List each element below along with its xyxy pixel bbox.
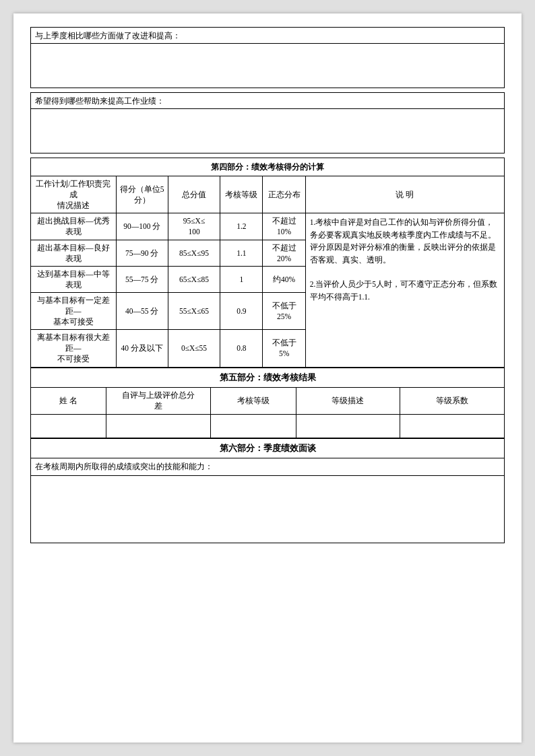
part6-content-row	[31, 476, 505, 543]
row1-dist: 不超过10%	[263, 213, 305, 240]
row1-total: 95≤X≤100	[168, 213, 220, 240]
section2-label: 希望得到哪些帮助来提高工作业绩：	[31, 93, 504, 109]
row1-level: 1.2	[220, 213, 263, 240]
row5-total: 0≤X≤55	[168, 330, 220, 367]
section1-box: 与上季度相比哪些方面做了改进和提高：	[30, 27, 505, 88]
row5-score: 40 分及以下	[116, 330, 168, 367]
part5-col-diff: 自评与上级评价总分差	[106, 387, 211, 415]
col-level: 考核等级	[220, 176, 263, 213]
part5-title: 第五部分：绩效考核结果	[31, 368, 505, 387]
section2-content	[31, 109, 504, 153]
part5-col-desc: 等级描述	[296, 387, 400, 415]
part5-col-name: 姓 名	[31, 387, 106, 415]
part4-table: 第四部分：绩效考核得分的计算 工作计划/工作职责完成情况描述 得分（单位5分） …	[30, 158, 505, 368]
page: 与上季度相比哪些方面做了改进和提高： 希望得到哪些帮助来提高工作业绩： 第四部分…	[13, 13, 522, 743]
col-desc: 工作计划/工作职责完成情况描述	[31, 176, 117, 213]
part5-col-level: 考核等级	[211, 387, 296, 415]
part6-title: 第六部分：季度绩效面谈	[31, 439, 505, 458]
part5-name-cell	[31, 415, 106, 438]
part6-content	[31, 476, 505, 543]
part4-header-row: 工作计划/工作职责完成情况描述 得分（单位5分） 总分值 考核等级 正态分布 说…	[31, 176, 505, 213]
row4-score: 40—55 分	[116, 292, 168, 329]
part5-title-row: 第五部分：绩效考核结果	[31, 368, 505, 387]
part5-desc-cell	[296, 415, 400, 438]
row1-score: 90—100 分	[116, 213, 168, 240]
row2-score: 75—90 分	[116, 240, 168, 266]
row2-dist: 不超过20%	[263, 240, 305, 266]
section1-label: 与上季度相比哪些方面做了改进和提高：	[31, 28, 504, 44]
part6-title-row: 第六部分：季度绩效面谈	[31, 439, 505, 458]
part4-title-row: 第四部分：绩效考核得分的计算	[31, 158, 505, 176]
row5-desc: 离基本目标有很大差距—不可接受	[31, 330, 117, 367]
section1-content	[31, 44, 504, 88]
section2-box: 希望得到哪些帮助来提高工作业绩：	[30, 92, 505, 153]
row3-desc: 达到基本目标—中等表现	[31, 266, 117, 292]
row4-desc: 与基本目标有一定差距—基本可接受	[31, 292, 117, 329]
col-dist: 正态分布	[263, 176, 305, 213]
row3-dist: 约40%	[263, 266, 305, 292]
row4-total: 55≤X≤65	[168, 292, 220, 329]
row2-level: 1.1	[220, 240, 263, 266]
part5-coeff-cell	[400, 415, 505, 438]
part5-level-cell	[211, 415, 296, 438]
row5-dist: 不低于5%	[263, 330, 305, 367]
part5-table: 第五部分：绩效考核结果 姓 名 自评与上级评价总分差 考核等级 等级描述 等级系…	[30, 368, 505, 439]
row2-desc: 超出基本目标—良好表现	[31, 240, 117, 266]
part4-title: 第四部分：绩效考核得分的计算	[31, 158, 505, 176]
row3-total: 65≤X≤85	[168, 266, 220, 292]
row1-desc: 超出挑战目标—优秀表现	[31, 213, 117, 240]
row5-level: 0.8	[220, 330, 263, 367]
part5-col-coeff: 等级系数	[400, 387, 505, 415]
row3-level: 1	[220, 266, 263, 292]
part4-note: 1.考核中自评是对自己工作的认知与评价所得分值，务必要客观真实地反映考核季度内工…	[305, 213, 504, 367]
part5-diff-cell	[106, 415, 211, 438]
row2-total: 85≤X≤95	[168, 240, 220, 266]
part4-row-1: 超出挑战目标—优秀表现 90—100 分 95≤X≤100 1.2 不超过10%…	[31, 213, 505, 240]
row3-score: 55—75 分	[116, 266, 168, 292]
part5-header-row: 姓 名 自评与上级评价总分差 考核等级 等级描述 等级系数	[31, 387, 505, 415]
col-total: 总分值	[168, 176, 220, 213]
col-note: 说 明	[305, 176, 504, 213]
row4-level: 0.9	[220, 292, 263, 329]
row4-dist: 不低于25%	[263, 292, 305, 329]
col-score: 得分（单位5分）	[116, 176, 168, 213]
part5-data-row	[31, 415, 505, 438]
part6-label-row: 在考核周期内所取得的成绩或突出的技能和能力：	[31, 458, 505, 476]
part6-label: 在考核周期内所取得的成绩或突出的技能和能力：	[31, 458, 505, 476]
part6-table: 第六部分：季度绩效面谈 在考核周期内所取得的成绩或突出的技能和能力：	[30, 438, 505, 543]
